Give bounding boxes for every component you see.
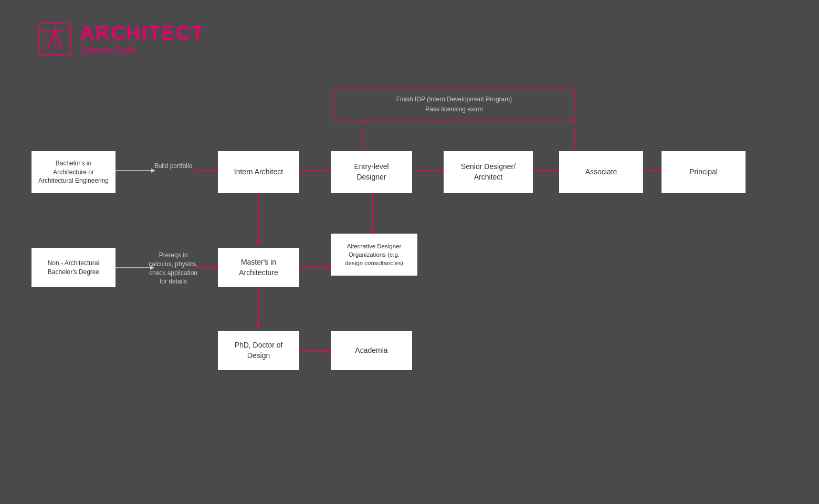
phd-label: PhD, Doctor ofDesign xyxy=(235,340,283,361)
svg-text:Pass licensing exam: Pass licensing exam xyxy=(425,106,482,113)
principal-box: Principal xyxy=(662,151,746,193)
principal-label: Principal xyxy=(689,167,718,177)
svg-line-3 xyxy=(47,32,55,50)
alt-designer-box: Alternative DesignerOrganizations (e.g.d… xyxy=(331,234,417,276)
svg-point-5 xyxy=(53,29,57,34)
senior-designer-label: Senior Designer/Architect xyxy=(461,162,516,182)
svg-line-4 xyxy=(55,32,63,50)
bachelors-box: Bachelor's inArchitecture orArchitectura… xyxy=(32,151,116,193)
intern-architect-label: Intern Architect xyxy=(234,167,283,177)
intern-architect-box: Intern Architect xyxy=(218,151,299,193)
svg-rect-8 xyxy=(333,88,575,121)
prereqs-label: Prereqs incalculus, physics,check applic… xyxy=(147,251,200,286)
associate-box: Associate xyxy=(559,151,643,193)
architect-logo-icon xyxy=(37,21,74,58)
masters-label: Master's in Architecture xyxy=(222,257,295,278)
academia-box: Academia xyxy=(331,331,412,370)
non-arch-label: Non - ArchitecturalBachelor's Degree xyxy=(48,259,100,277)
phd-box: PhD, Doctor ofDesign xyxy=(218,331,299,370)
svg-marker-29 xyxy=(256,240,260,245)
build-portfolio-label: Build portfolio xyxy=(150,162,197,171)
svg-text:Finish IDP (Intern Development: Finish IDP (Intern Development Program) xyxy=(396,96,512,103)
bachelors-label: Bachelor's inArchitecture orArchitectura… xyxy=(38,159,109,185)
associate-label: Associate xyxy=(585,167,617,177)
senior-designer-box: Senior Designer/Architect xyxy=(444,151,533,193)
header: ARCHITECT Career Path xyxy=(37,21,205,58)
svg-marker-39 xyxy=(256,324,260,329)
page-subtitle: Career Path xyxy=(80,44,205,56)
page-title: ARCHITECT xyxy=(80,23,205,43)
masters-box: Master's in Architecture xyxy=(218,248,299,287)
non-arch-box: Non - ArchitecturalBachelor's Degree xyxy=(32,248,116,287)
career-diagram: Finish IDP (Intern Development Program) … xyxy=(32,84,798,441)
entry-level-box: Entry-levelDesigner xyxy=(331,151,412,193)
alt-designer-label: Alternative DesignerOrganizations (e.g.d… xyxy=(345,242,403,267)
academia-label: Academia xyxy=(355,345,387,356)
entry-level-label: Entry-levelDesigner xyxy=(354,162,388,182)
